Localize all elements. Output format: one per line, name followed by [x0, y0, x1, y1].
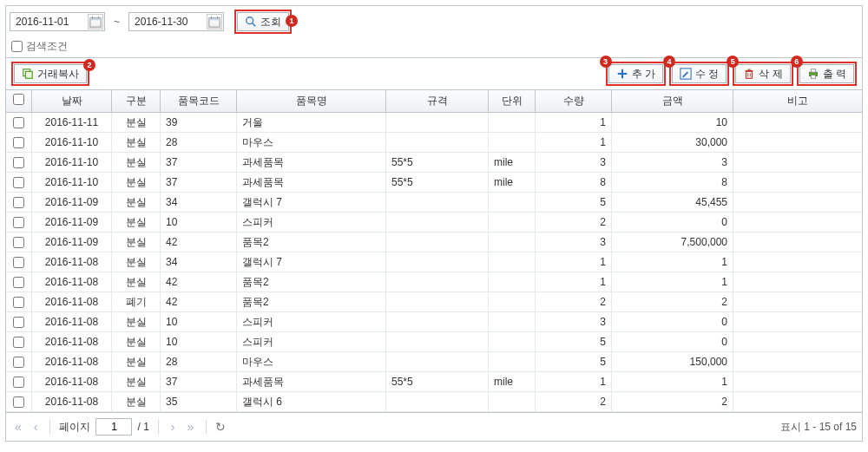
cell-gubun: 분실: [112, 173, 161, 192]
cell-amt: 8: [612, 173, 733, 192]
table-row[interactable]: 2016-11-08폐기42품목222: [6, 292, 862, 312]
cell-note: [733, 133, 862, 152]
cell-date: 2016-11-08: [32, 392, 112, 411]
table-row[interactable]: 2016-11-11분실39거울110: [6, 113, 862, 133]
cell-amt: 2: [612, 392, 733, 411]
table-row[interactable]: 2016-11-08분실28마우스5150,000: [6, 352, 862, 372]
row-checkbox[interactable]: [13, 217, 24, 228]
filter-bar: ~ 조회 1: [6, 6, 862, 37]
cell-code: 35: [161, 392, 237, 411]
print-button[interactable]: 출 력: [799, 64, 854, 83]
row-checkbox[interactable]: [13, 237, 24, 248]
svg-rect-11: [25, 71, 32, 78]
pencil-icon: [680, 68, 692, 80]
row-checkbox[interactable]: [13, 357, 24, 368]
cell-gubun: 분실: [112, 213, 161, 232]
row-checkbox[interactable]: [13, 137, 24, 148]
table-row[interactable]: 2016-11-08분실34갤럭시 711: [6, 252, 862, 272]
cell-unit: [489, 312, 536, 331]
cell-unit: [489, 332, 536, 351]
header-unit[interactable]: 단위: [489, 90, 536, 112]
delete-button[interactable]: 삭 제: [735, 64, 790, 83]
cell-spec: [386, 332, 489, 351]
header-spec[interactable]: 규격: [386, 90, 489, 112]
row-checkbox[interactable]: [13, 297, 24, 308]
row-checkbox[interactable]: [13, 337, 24, 348]
search-button-label: 조회: [260, 15, 281, 29]
header-code[interactable]: 품목코드: [161, 90, 237, 112]
svg-line-9: [253, 23, 256, 27]
row-checkbox[interactable]: [13, 177, 24, 188]
table-row[interactable]: 2016-11-10분실37과세품목55*5mile33: [6, 153, 862, 173]
refresh-icon[interactable]: ↻: [215, 420, 226, 434]
pager: « ‹ 페이지 / 1 › » ↻ 표시 1 - 15 of 15: [6, 412, 862, 441]
header-gubun[interactable]: 구분: [112, 90, 161, 112]
cell-date: 2016-11-09: [32, 213, 112, 232]
cell-unit: mile: [489, 153, 536, 172]
header-date[interactable]: 날짜: [32, 90, 112, 112]
callout-badge-1: 1: [286, 15, 298, 27]
cell-unit: [489, 272, 536, 292]
table-row[interactable]: 2016-11-10분실28마우스130,000: [6, 133, 862, 153]
svg-rect-15: [746, 71, 753, 78]
copy-transaction-button[interactable]: 거래복사: [14, 64, 87, 83]
calendar-icon[interactable]: [207, 14, 222, 29]
cell-date: 2016-11-08: [32, 272, 112, 292]
next-page-button[interactable]: ›: [168, 420, 179, 434]
cell-amt: 150,000: [612, 352, 733, 371]
cell-note: [733, 312, 862, 331]
cell-code: 39: [161, 113, 237, 132]
table-row[interactable]: 2016-11-09분실10스피커20: [6, 213, 862, 233]
trash-icon: [743, 68, 755, 80]
edit-button[interactable]: 수 정: [672, 64, 727, 83]
table-row[interactable]: 2016-11-08분실10스피커30: [6, 312, 862, 332]
table-row[interactable]: 2016-11-08분실10스피커50: [6, 332, 862, 352]
cell-amt: 3: [612, 153, 733, 172]
cell-code: 28: [161, 133, 237, 152]
select-all-checkbox[interactable]: [13, 94, 24, 105]
prev-page-button[interactable]: ‹: [30, 420, 42, 434]
search-condition-checkbox[interactable]: [11, 41, 23, 52]
row-checkbox[interactable]: [13, 277, 24, 288]
svg-rect-5: [209, 18, 220, 21]
cell-name: 스피커: [237, 312, 386, 331]
cell-amt: 2: [612, 292, 733, 311]
row-checkbox[interactable]: [13, 157, 24, 168]
add-button[interactable]: 추 가: [608, 64, 663, 83]
delete-button-label: 삭 제: [759, 67, 782, 82]
cell-gubun: 분실: [112, 392, 161, 411]
table-row[interactable]: 2016-11-08분실42품목211: [6, 272, 862, 292]
calendar-icon[interactable]: [88, 14, 103, 29]
cell-qty: 1: [536, 272, 612, 292]
table-row[interactable]: 2016-11-08분실35갤럭시 622: [6, 392, 862, 412]
svg-rect-1: [90, 18, 101, 21]
row-checkbox[interactable]: [13, 317, 24, 328]
header-name[interactable]: 품목명: [237, 90, 386, 112]
cell-code: 37: [161, 173, 237, 192]
header-qty[interactable]: 수량: [536, 90, 612, 112]
cell-unit: [489, 113, 536, 132]
row-checkbox[interactable]: [13, 377, 24, 388]
svg-rect-21: [811, 69, 815, 73]
last-page-button[interactable]: »: [183, 420, 197, 434]
page-input[interactable]: [95, 418, 132, 436]
cell-amt: 1: [612, 372, 733, 391]
row-checkbox[interactable]: [13, 197, 24, 208]
row-checkbox[interactable]: [13, 396, 24, 408]
search-button[interactable]: 조회: [237, 12, 289, 31]
cell-name: 갤럭시 7: [237, 193, 386, 212]
table-row[interactable]: 2016-11-09분실34갤럭시 7545,455: [6, 193, 862, 213]
add-button-label: 추 가: [632, 67, 655, 82]
header-amt[interactable]: 금액: [612, 90, 733, 112]
cell-gubun: 분실: [112, 252, 161, 272]
row-checkbox[interactable]: [13, 257, 24, 268]
table-row[interactable]: 2016-11-10분실37과세품목55*5mile88: [6, 173, 862, 193]
table-row[interactable]: 2016-11-08분실37과세품목55*5mile11: [6, 372, 862, 392]
first-page-button[interactable]: «: [11, 420, 25, 434]
row-checkbox[interactable]: [13, 117, 24, 128]
toolbar: 거래복사 2 3 추 가 4 수 정 5: [6, 57, 862, 89]
header-note[interactable]: 비고: [733, 90, 862, 112]
cell-unit: [489, 252, 536, 272]
cell-qty: 1: [536, 252, 612, 272]
table-row[interactable]: 2016-11-09분실42품목237,500,000: [6, 233, 862, 252]
